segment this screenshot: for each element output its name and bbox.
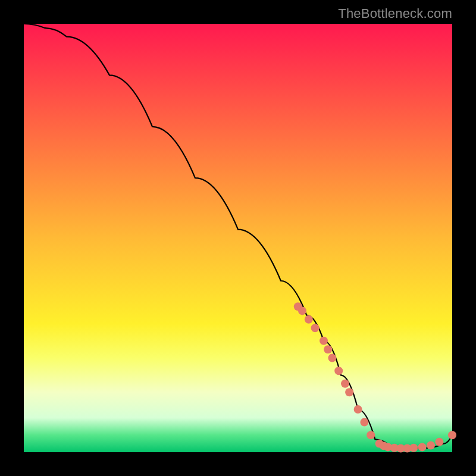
curve-marker: [367, 431, 375, 439]
curve-marker: [334, 367, 343, 375]
curve-marker: [311, 324, 320, 332]
curve-marker: [345, 388, 353, 396]
chart-frame: TheBottleneck.com: [0, 0, 476, 476]
curve-layer: [24, 24, 452, 452]
curve-marker: [435, 438, 443, 446]
curve-marker: [418, 443, 427, 451]
curve-marker: [448, 431, 456, 439]
curve-marker: [354, 405, 362, 414]
curve-markers: [294, 302, 456, 452]
curve-marker: [427, 441, 435, 450]
curve-marker: [320, 337, 328, 345]
bottleneck-curve: [24, 24, 452, 448]
curve-marker: [360, 418, 368, 427]
curve-marker: [324, 345, 332, 353]
curve-marker: [305, 315, 313, 324]
plot-area: [24, 24, 452, 452]
watermark-text: TheBottleneck.com: [338, 6, 452, 21]
curve-marker: [409, 444, 418, 452]
curve-marker: [328, 354, 336, 362]
curve-marker: [298, 306, 306, 315]
curve-marker: [341, 380, 349, 388]
